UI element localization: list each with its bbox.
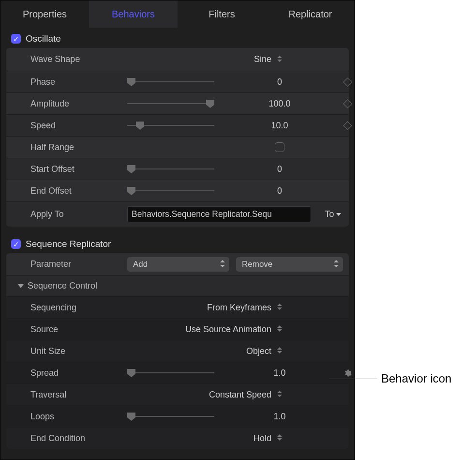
- start-offset-value[interactable]: 0: [229, 164, 330, 174]
- apply-to-field[interactable]: Behaviors.Sequence Replicator.Sequ: [127, 206, 311, 222]
- keyframe-icon[interactable]: [343, 99, 352, 108]
- end-condition-row: End Condition Hold: [6, 428, 349, 449]
- half-range-checkbox[interactable]: [275, 142, 284, 152]
- source-popup[interactable]: Use Source Animation: [127, 324, 330, 335]
- annotation-callout: Behavior icon: [329, 372, 451, 385]
- sequencing-popup[interactable]: From Keyframes: [127, 303, 330, 313]
- half-range-label: Half Range: [30, 142, 127, 153]
- traversal-row: Traversal Constant Speed: [6, 384, 349, 406]
- phase-label: Phase: [30, 77, 127, 87]
- updown-icon: [220, 261, 225, 268]
- end-offset-label: End Offset: [30, 186, 127, 196]
- updown-icon: [333, 261, 339, 268]
- disclosure-triangle-icon[interactable]: [18, 284, 24, 288]
- spread-slider[interactable]: [127, 368, 214, 378]
- apply-to-label: Apply To: [30, 209, 127, 219]
- traversal-popup[interactable]: Constant Speed: [127, 390, 330, 400]
- speed-label: Speed: [30, 121, 127, 131]
- start-offset-label: Start Offset: [30, 164, 127, 174]
- wave-shape-row: Wave Shape Sine: [6, 48, 349, 71]
- unit-size-label: Unit Size: [30, 346, 127, 356]
- tab-replicator[interactable]: Replicator: [266, 0, 355, 29]
- loops-value[interactable]: 1.0: [229, 412, 330, 422]
- tab-properties[interactable]: Properties: [0, 0, 89, 29]
- source-row: Source Use Source Animation: [6, 319, 349, 340]
- end-offset-row: End Offset 0: [6, 180, 349, 202]
- annotation-line: [329, 379, 377, 379]
- keyframe-icon[interactable]: [343, 77, 352, 86]
- wave-shape-label: Wave Shape: [30, 54, 127, 64]
- start-offset-row: Start Offset 0: [6, 158, 349, 180]
- phase-value[interactable]: 0: [229, 77, 330, 87]
- oscillate-header: ✓ Oscillate: [0, 29, 355, 48]
- loops-row: Loops 1.0: [6, 406, 349, 428]
- traversal-label: Traversal: [30, 390, 127, 400]
- unit-size-row: Unit Size Object: [6, 340, 349, 362]
- tab-behaviors[interactable]: Behaviors: [89, 0, 178, 29]
- amplitude-slider[interactable]: [127, 99, 214, 108]
- amplitude-label: Amplitude: [30, 99, 127, 109]
- loops-label: Loops: [30, 412, 127, 422]
- sequence-replicator-header: ✓ Sequence Replicator: [0, 234, 355, 253]
- spread-label: Spread: [30, 368, 127, 378]
- speed-slider[interactable]: [127, 121, 214, 130]
- oscillate-title: Oscillate: [26, 33, 61, 44]
- phase-slider[interactable]: [127, 77, 214, 87]
- sequence-control-row[interactable]: Sequence Control: [6, 276, 349, 297]
- parameter-row: Parameter Add Remove: [6, 253, 349, 276]
- wave-shape-popup[interactable]: Sine: [127, 54, 330, 64]
- oscillate-enable-checkbox[interactable]: ✓: [11, 34, 21, 44]
- apply-to-row: Apply To Behaviors.Sequence Replicator.S…: [6, 202, 349, 227]
- apply-to-menu[interactable]: To: [311, 209, 355, 219]
- loops-slider[interactable]: [127, 412, 214, 421]
- amplitude-row: Amplitude 100.0: [6, 93, 349, 115]
- end-offset-slider[interactable]: [127, 186, 214, 196]
- phase-row: Phase 0: [6, 71, 349, 93]
- parameter-remove-select[interactable]: Remove: [236, 257, 343, 272]
- source-label: Source: [30, 324, 127, 335]
- speed-value[interactable]: 10.0: [229, 121, 330, 131]
- start-offset-slider[interactable]: [127, 164, 214, 174]
- sequence-replicator-title: Sequence Replicator: [26, 239, 111, 249]
- sequencing-label: Sequencing: [30, 303, 127, 313]
- sequencing-row: Sequencing From Keyframes: [6, 297, 349, 319]
- tab-filters[interactable]: Filters: [178, 0, 266, 29]
- chevron-down-icon: [336, 213, 341, 216]
- parameter-label: Parameter: [30, 259, 127, 269]
- end-condition-popup[interactable]: Hold: [127, 433, 330, 444]
- sequence-replicator-enable-checkbox[interactable]: ✓: [11, 239, 21, 249]
- keyframe-icon[interactable]: [343, 121, 352, 130]
- end-offset-value[interactable]: 0: [229, 186, 330, 196]
- spread-value[interactable]: 1.0: [229, 368, 330, 378]
- spread-row: Spread 1.0: [6, 362, 349, 384]
- speed-row: Speed 10.0: [6, 115, 349, 137]
- inspector-panel: Properties Behaviors Filters Replicator …: [0, 0, 355, 460]
- end-condition-label: End Condition: [30, 433, 127, 444]
- parameter-add-select[interactable]: Add: [127, 257, 229, 272]
- inspector-tabs: Properties Behaviors Filters Replicator: [0, 0, 355, 29]
- half-range-row: Half Range: [6, 137, 349, 158]
- amplitude-value[interactable]: 100.0: [229, 99, 330, 109]
- unit-size-popup[interactable]: Object: [127, 346, 330, 356]
- annotation-text: Behavior icon: [381, 372, 451, 385]
- sequence-control-label: Sequence Control: [28, 281, 97, 291]
